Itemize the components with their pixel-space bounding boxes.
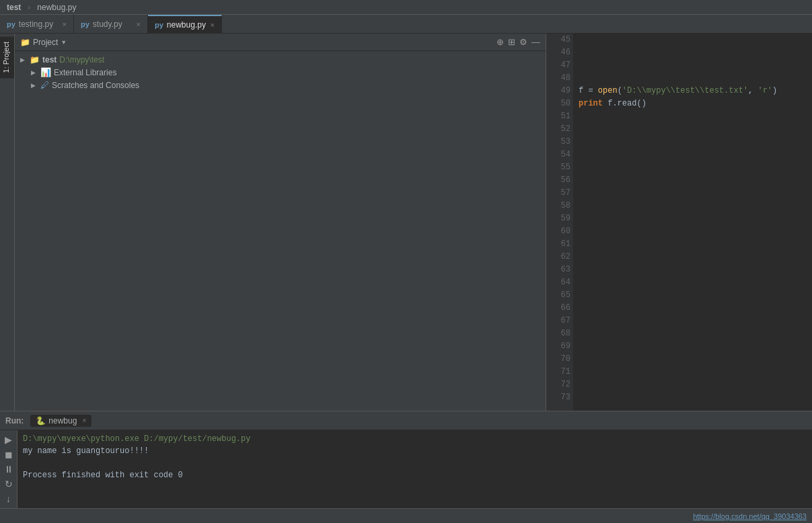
gear2-icon[interactable]: ⊕: [496, 37, 504, 47]
line-num-53: 53: [549, 136, 570, 149]
code-line-63: [579, 264, 807, 276]
tab-newbug-py[interactable]: py newbug.py ×: [148, 15, 222, 33]
line-num-68: 68: [549, 327, 570, 340]
project-tab-label[interactable]: 1: Project: [0, 36, 14, 78]
code-line-66: [579, 302, 807, 315]
line-numbers: 45 46 47 48 49 50 51 52 53 54 55 56 57 5…: [546, 34, 573, 411]
tab-study-py[interactable]: py study.py ×: [74, 15, 148, 33]
scroll-down-button[interactable]: ↓: [2, 492, 15, 506]
code-area[interactable]: f = open('D:\\mypy\\test\\test.txt', 'r'…: [573, 34, 812, 411]
tab-spacer: [222, 15, 812, 33]
status-bar: https://blog.csdn.net/qq_39034363: [0, 508, 812, 523]
console-line-exit: Process finished with exit code 0: [23, 469, 807, 481]
bottom-panel-content: ▶ ◼ ⏸ ↻ ↓ ↑ ⊞ 🖨 D:\mypy\myexe\python.exe…: [0, 430, 812, 508]
tab-study-py-label: study.py: [93, 19, 122, 29]
bottom-panel: Run: 🐍 newbug × ▶ ◼ ⏸ ↻ ↓ ↑ ⊞ 🖨 D:\mypy\…: [0, 411, 812, 508]
minimize-icon[interactable]: —: [531, 37, 540, 47]
tab-testing-py-label: testing.py: [19, 19, 53, 29]
line-num-56: 56: [549, 174, 570, 187]
line-num-58: 58: [549, 200, 570, 212]
line-num-63: 63: [549, 264, 570, 276]
line-num-62: 62: [549, 251, 570, 264]
layout-icon[interactable]: ⊞: [508, 37, 515, 47]
line-num-49: 49: [549, 85, 570, 97]
bottom-sidebar: ▶ ◼ ⏸ ↻ ↓ ↑ ⊞ 🖨: [0, 430, 17, 508]
tab-py-icon: py: [7, 20, 15, 28]
project-tree: ▶ 📁 test D:\mypy\test ▶ 📊 External Libra…: [15, 51, 546, 411]
run-tab-icon: 🐍: [36, 416, 46, 426]
root-path: D:\mypy\test: [59, 55, 104, 65]
line-num-57: 57: [549, 187, 570, 200]
line-num-47: 47: [549, 59, 570, 72]
root-label: test: [42, 55, 57, 65]
extlib-label: External Libraries: [54, 68, 116, 77]
settings-icon[interactable]: ⚙: [519, 37, 527, 47]
scratches-label: Scratches and Consoles: [52, 81, 139, 90]
tree-item-scratches[interactable]: ▶ 🖊 Scratches and Consoles: [15, 79, 546, 91]
tab-testing-py[interactable]: py testing.py ×: [0, 15, 74, 33]
title-sep: ›: [28, 3, 30, 12]
project-title-text: Project: [33, 38, 58, 47]
project-panel-header: 📁 Project ▼ ⊕ ⊞ ⚙ —: [15, 34, 546, 51]
code-line-50: print f.read(): [579, 97, 807, 110]
code-line-47: [579, 59, 807, 72]
tree-item-extlib[interactable]: ▶ 📊 External Libraries: [15, 66, 546, 79]
title-file: newbug.py: [37, 3, 76, 12]
code-line-60: [579, 225, 807, 238]
console-line-output1: my name is guangtouruo!!!!: [23, 445, 807, 457]
tab-testing-py-close[interactable]: ×: [63, 20, 67, 28]
run-button[interactable]: ▶: [2, 433, 15, 446]
folder-icon: 📁: [20, 38, 30, 47]
code-line-67: [579, 315, 807, 327]
tab-study-py-close[interactable]: ×: [137, 20, 141, 28]
pause-button[interactable]: ⏸: [2, 462, 15, 476]
main-area: 1: Project 📁 Project ▼ ⊕ ⊞ ⚙ —: [0, 34, 812, 411]
tab-newbug-py-close[interactable]: ×: [211, 21, 215, 29]
line-num-54: 54: [549, 149, 570, 161]
scratches-icon: 🖊: [40, 80, 49, 90]
code-line-53: [579, 136, 807, 149]
extlib-expand-arrow: ▶: [31, 69, 38, 76]
line-num-67: 67: [549, 315, 570, 327]
run-tab[interactable]: 🐍 newbug ×: [30, 415, 91, 427]
code-line-72: [579, 378, 807, 391]
code-line-52: [579, 123, 807, 136]
code-line-59: [579, 212, 807, 225]
status-url[interactable]: https://blog.csdn.net/qq_39034363: [693, 512, 807, 520]
rerun-button[interactable]: ↻: [2, 477, 15, 491]
line-num-46: 46: [549, 46, 570, 59]
code-line-71: [579, 366, 807, 378]
stop-button[interactable]: ◼: [2, 448, 15, 461]
code-line-54: [579, 149, 807, 161]
code-line-56: [579, 174, 807, 187]
scratches-expand-arrow: ▶: [31, 82, 38, 89]
project-panel-actions: ⊕ ⊞ ⚙ —: [496, 37, 540, 47]
run-label: Run:: [5, 416, 24, 426]
tree-item-root[interactable]: ▶ 📁 test D:\mypy\test: [15, 54, 546, 66]
console-line-cmd: D:\mypy\myexe\python.exe D:/mypy/test/ne…: [23, 433, 807, 445]
tab-newbug-py-icon: py: [155, 21, 163, 29]
console-output[interactable]: D:\mypy\myexe\python.exe D:/mypy/test/ne…: [17, 430, 812, 508]
code-line-68: [579, 327, 807, 340]
chevron-down-icon[interactable]: ▼: [61, 39, 67, 46]
tab-study-py-icon: py: [81, 20, 89, 28]
root-expand-arrow: ▶: [20, 56, 27, 63]
line-num-61: 61: [549, 238, 570, 251]
run-tab-close[interactable]: ×: [82, 417, 86, 424]
line-num-60: 60: [549, 225, 570, 238]
code-line-51: [579, 110, 807, 123]
bottom-panel-header: Run: 🐍 newbug ×: [0, 411, 812, 430]
code-line-62: [579, 251, 807, 264]
line-num-48: 48: [549, 72, 570, 85]
extlib-icon: 📊: [40, 67, 51, 77]
code-line-55: [579, 161, 807, 174]
line-num-55: 55: [549, 161, 570, 174]
console-line-blank: [23, 457, 807, 469]
code-line-65: [579, 289, 807, 302]
code-line-46: [579, 46, 807, 59]
line-num-72: 72: [549, 378, 570, 391]
code-line-64: [579, 276, 807, 289]
line-num-51: 51: [549, 110, 570, 123]
line-num-52: 52: [549, 123, 570, 136]
line-num-45: 45: [549, 34, 570, 46]
